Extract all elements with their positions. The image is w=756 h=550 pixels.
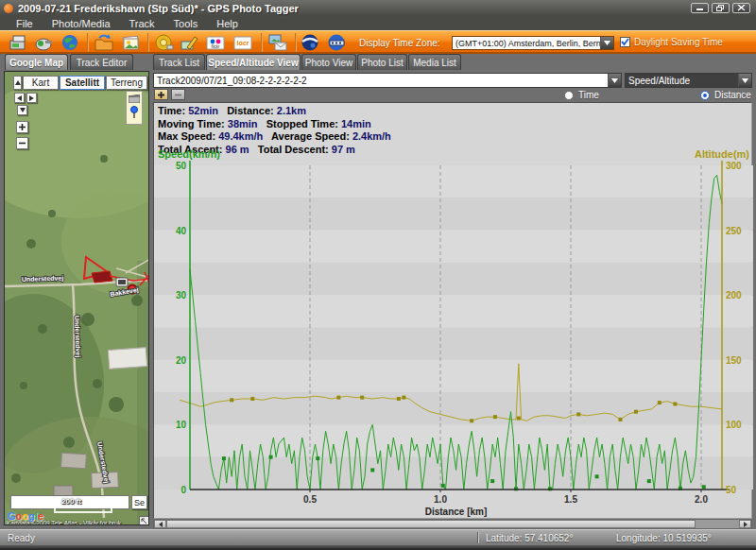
- status-divider: [477, 532, 479, 543]
- status-latitude: Latitude: 57.410652°: [486, 533, 573, 543]
- title-bar: 2009-07-21 Frederikshavn (Stp Süd)* - GP…: [0, 0, 756, 16]
- svg-text:300: 300: [726, 161, 742, 171]
- dst-label: Daylight Saving Time: [634, 37, 723, 47]
- edit-log-icon[interactable]: [180, 33, 200, 52]
- map-pan-right-button[interactable]: [26, 93, 37, 103]
- tab-media-list[interactable]: Media List: [408, 54, 461, 70]
- map-viewport[interactable]: Understedvej Bakkevej Understedvej Under…: [4, 71, 149, 525]
- tab-photo-list[interactable]: Photo List: [357, 54, 407, 70]
- google-map-icon[interactable]: [60, 33, 81, 52]
- status-longitude: Longitude: 10.519935°: [616, 533, 712, 543]
- map-attribution: Kartdata ©2009 Tele Atlas - Vilkår for b…: [7, 520, 137, 525]
- radio-dot: [700, 91, 710, 100]
- menu-photo-media[interactable]: Photo/Media: [43, 18, 119, 29]
- window-bottom-edge: [0, 545, 756, 550]
- app-window: 2009-07-21 Frederikshavn (Stp Süd)* - GP…: [0, 0, 756, 550]
- map-type-terreng-button[interactable]: Terreng: [106, 76, 147, 90]
- menu-file[interactable]: File: [8, 18, 42, 29]
- svg-text:Altitude(m): Altitude(m): [695, 148, 749, 160]
- svg-text:40: 40: [176, 226, 187, 236]
- svg-text:10: 10: [176, 420, 187, 430]
- svg-text:Speed(km/h): Speed(km/h): [158, 148, 220, 160]
- radio-distance[interactable]: Distance: [700, 90, 751, 100]
- flickr-upload-icon[interactable]: flickr: [205, 33, 226, 52]
- svg-text:1.5: 1.5: [564, 494, 577, 505]
- map-pan-down-button[interactable]: [17, 105, 27, 115]
- map-type-kart-button[interactable]: Kart: [23, 76, 59, 90]
- minimize-button[interactable]: [691, 3, 709, 13]
- menu-tools[interactable]: Tools: [165, 18, 207, 29]
- scrollbar-thumb[interactable]: [166, 520, 696, 528]
- geotag-icon[interactable]: [154, 33, 175, 52]
- toolbar-separator: [147, 33, 149, 52]
- clapperboard-icon: [129, 95, 140, 103]
- svg-text:flickr: flickr: [211, 44, 220, 49]
- menu-track[interactable]: Track: [121, 18, 163, 29]
- svg-text:100: 100: [726, 420, 742, 430]
- map-type-satellitt-button[interactable]: Satellitt: [60, 76, 105, 90]
- tab-track-list[interactable]: Track List: [153, 54, 205, 70]
- map-zoom-in-button[interactable]: [16, 121, 28, 133]
- chart-horizontal-scrollbar[interactable]: [153, 519, 752, 529]
- timezone-label: Display Time Zone:: [359, 38, 440, 48]
- export-photo-icon[interactable]: [267, 33, 288, 52]
- status-bar: Ready Latitude: 57.410652° Longitude: 10…: [0, 529, 756, 545]
- map-scale-bar: [54, 507, 112, 513]
- chevron-down-icon[interactable]: [738, 74, 751, 87]
- map-pan-up-button[interactable]: [13, 76, 22, 90]
- svg-text:30: 30: [176, 290, 187, 301]
- svg-text:Distance [km]: Distance [km]: [425, 507, 488, 517]
- svg-text:locr: locr: [237, 40, 249, 46]
- timezone-combobox[interactable]: (GMT+01:00) Amsterdam, Berlin, Bern: [452, 36, 614, 50]
- read-device-icon[interactable]: [8, 33, 28, 52]
- photo-stack-icon[interactable]: [120, 33, 141, 52]
- zoom-in-chart-button[interactable]: [154, 89, 168, 100]
- google-earth-icon[interactable]: [301, 33, 321, 52]
- svg-text:0: 0: [180, 485, 186, 495]
- close-button[interactable]: [732, 3, 750, 13]
- map-pin-icon: [129, 106, 139, 119]
- menu-help[interactable]: Help: [208, 18, 247, 29]
- tab-speed-altitude-view[interactable]: Speed/Altitude View: [206, 54, 301, 70]
- scroll-left-arrow[interactable]: [154, 520, 166, 528]
- chevron-down-icon[interactable]: [600, 37, 613, 49]
- map-zoom-out-button[interactable]: [16, 137, 28, 149]
- toolbar-separator: [261, 33, 263, 52]
- restore-button[interactable]: [712, 3, 730, 13]
- svg-text:200: 200: [726, 290, 742, 301]
- zoom-out-chart-button[interactable]: [171, 89, 185, 100]
- svg-text:0.5: 0.5: [303, 494, 317, 505]
- map-pan-left-button[interactable]: [14, 93, 25, 103]
- locr-upload-icon[interactable]: locr: [232, 33, 253, 52]
- radio-dot: [564, 91, 574, 100]
- web-album-icon[interactable]: [327, 33, 348, 52]
- gps-device-icon[interactable]: [34, 33, 55, 52]
- svg-text:2.0: 2.0: [695, 494, 708, 505]
- photo-camera-marker[interactable]: [116, 278, 128, 286]
- svg-text:150: 150: [726, 355, 742, 366]
- tab-google-map[interactable]: Google Map: [5, 54, 68, 70]
- view-mode-combobox[interactable]: Speed/Altitude: [625, 73, 752, 88]
- tab-photo-view[interactable]: Photo View: [301, 54, 356, 70]
- map-resize-grip[interactable]: [139, 516, 149, 525]
- timezone-value: (GMT+01:00) Amsterdam, Berlin, Bern: [453, 37, 600, 49]
- menu-bar: File Photo/Media Track Tools Help: [0, 16, 756, 30]
- dst-checkbox[interactable]: [620, 37, 630, 47]
- scroll-right-arrow[interactable]: [739, 520, 751, 528]
- svg-text:1.0: 1.0: [434, 494, 447, 505]
- view-combo-value: Speed/Altitude: [626, 74, 738, 87]
- radio-time[interactable]: Time: [564, 90, 599, 100]
- speed-altitude-panel: Time: 52min Distance: 2.1km Moving Time:…: [153, 102, 752, 519]
- tab-track-editor[interactable]: Track Editor: [70, 54, 133, 70]
- main-toolbar: flickr locr Display Time Zone: (GMT+01:0…: [0, 30, 756, 54]
- map-media-panel[interactable]: [126, 91, 143, 125]
- svg-text:50: 50: [726, 485, 737, 495]
- svg-text:20: 20: [176, 355, 187, 366]
- track-combobox[interactable]: Track2009/07/21_09:08-2-2-2-2-2-2: [153, 73, 622, 88]
- toolbar-separator: [295, 33, 297, 52]
- map-scale-label: 200 ft: [61, 497, 81, 506]
- map-search-button[interactable]: Se: [131, 495, 147, 509]
- import-photo-icon[interactable]: [94, 33, 114, 52]
- track-combo-value: Track2009/07/21_09:08-2-2-2-2-2-2: [154, 74, 608, 87]
- chevron-down-icon[interactable]: [608, 74, 621, 87]
